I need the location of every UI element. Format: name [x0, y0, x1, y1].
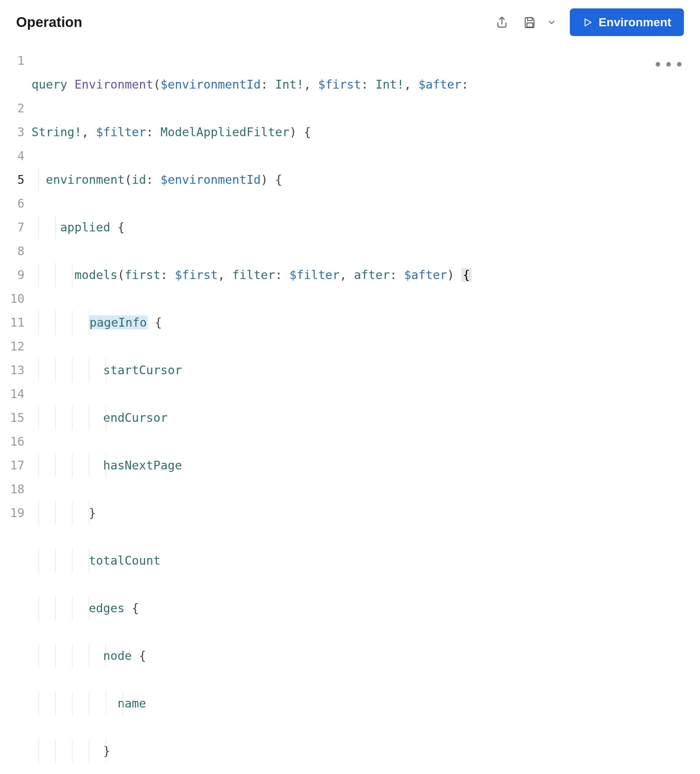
operation-code[interactable]: query Environment($environmentId: Int!, …: [31, 49, 700, 774]
run-button[interactable]: Environment: [570, 8, 684, 36]
operation-title: Operation: [16, 14, 82, 30]
header-actions: Environment: [492, 8, 684, 36]
share-icon[interactable]: [492, 13, 512, 32]
operation-editor[interactable]: ••• 1 234 5 6789 10111213 14151617 1819 …: [0, 45, 700, 774]
svg-marker-2: [585, 19, 591, 26]
operation-header: Operation: [0, 0, 700, 45]
run-button-label: Environment: [599, 15, 671, 29]
operation-gutter: 1 234 5 6789 10111213 14151617 1819: [0, 49, 31, 774]
svg-rect-1: [527, 23, 533, 27]
svg-rect-0: [528, 18, 532, 20]
save-group: [520, 13, 561, 32]
save-icon[interactable]: [520, 13, 540, 32]
chevron-down-icon[interactable]: [542, 13, 561, 32]
app-root: Operation: [0, 0, 700, 774]
